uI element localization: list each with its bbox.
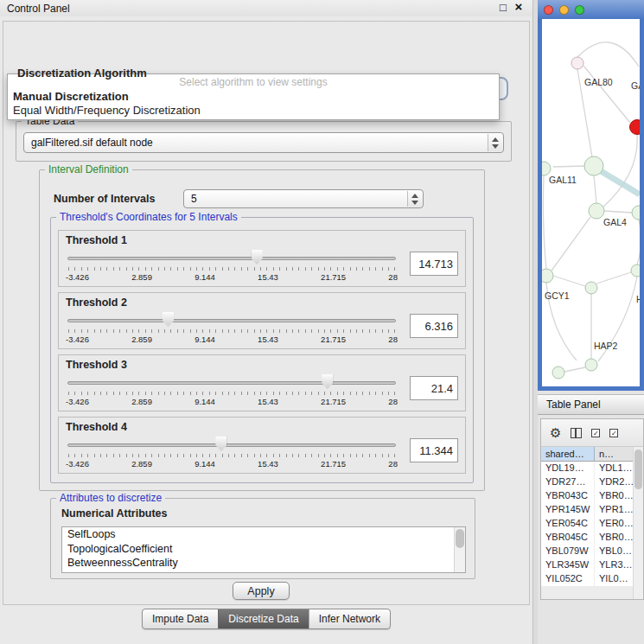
threshold-2-slider[interactable]: -3.4262.8599.14415.4321.71528 [66,311,398,346]
cell[interactable]: YBR043C [541,489,595,503]
tab-discretize-data[interactable]: Discretize Data [218,609,308,628]
slider-thumb[interactable] [215,437,226,451]
threshold-3-value-field[interactable]: 21.4 [410,376,458,400]
scale-label: 28 [388,397,398,406]
threshold-1-slider[interactable]: -3.4262.8599.14415.4321.71528 [66,249,398,284]
table-row[interactable]: YBR045CYBR0… [541,531,643,545]
network-node[interactable] [571,57,583,69]
network-node[interactable] [632,206,640,220]
minimize-traffic-light-icon[interactable] [559,5,569,15]
threshold-panel-2: Threshold 2 -3.4262.8599.14415.4321.7152… [58,292,466,349]
list-item[interactable]: TopologicalCoefficient [62,542,465,557]
scrollbar-thumb[interactable] [456,529,464,548]
table-scrollbar[interactable] [633,447,643,599]
slider-track[interactable] [67,319,396,322]
tab-label: Impute Data [152,613,208,625]
selected-network-node[interactable] [630,120,641,135]
table-panel-titlebar[interactable]: Table Panel [538,394,644,415]
table-row[interactable]: YBL079WYBL0… [541,545,643,558]
network-node[interactable] [585,359,597,371]
cell[interactable]: YER054C [541,517,595,531]
control-panel: Control Panel □ × Network Style Select C… [0,0,533,644]
dropdown-option-equal-width[interactable]: Equal Width/Frequency Discretization [8,103,499,117]
table-data-group: Table Data galFiltered.sif default node [16,121,512,162]
scale-label: 21.715 [321,335,346,344]
threshold-panel-3: Threshold 3 -3.4262.8599.14415.4321.7152… [58,354,466,411]
slider-track[interactable] [67,443,396,447]
threshold-3-slider[interactable]: -3.4262.8599.14415.4321.71528 [66,373,398,408]
network-node[interactable] [584,156,603,175]
network-window-titlebar[interactable] [538,0,644,19]
tab-infer-network[interactable]: Infer Network [309,609,390,628]
gear-icon[interactable]: ⚙ [550,426,561,439]
scrollbar-thumb[interactable] [634,450,642,489]
threshold-4-value-field[interactable]: 11.344 [410,438,458,462]
scale-label: -3.426 [66,397,89,406]
network-node[interactable] [631,265,640,277]
scale-label: 28 [388,459,398,469]
table-row[interactable]: YBR043CYBR0… [541,489,643,503]
table-data-combobox[interactable]: galFiltered.sif default node [23,132,504,153]
list-item[interactable]: BetweennessCentrality [62,556,465,571]
combo-arrows-icon[interactable] [407,191,422,207]
cell[interactable]: YBR045C [541,531,595,545]
list-scrollbar[interactable] [454,527,465,572]
cell[interactable]: YLR345W [541,558,595,572]
panel-title: Control Panel [7,3,70,15]
threshold-1-value-field[interactable]: 14.713 [410,252,458,276]
column-header-shared-name[interactable]: shared… [541,447,595,461]
right-panel: GAL80 GA GAL11 GAL4 GCY1 H HAP2 Table Pa… [538,0,644,644]
cell[interactable]: YDL19… [541,462,595,475]
cell[interactable]: YDR27… [541,475,595,489]
node-label-partial-h: H [636,294,640,304]
scale-label: 15.43 [258,272,278,282]
select-none-check-icon[interactable]: ✓ [609,429,618,437]
network-node[interactable] [542,269,553,283]
list-item[interactable]: SelfLoops [62,527,465,542]
cell[interactable]: YIL052C [541,572,595,586]
tab-label: Infer Network [319,613,380,625]
table-row[interactable]: YLR345WYLR3… [541,558,643,572]
scale-label: 21.715 [321,397,346,406]
float-window-icon[interactable]: □ [496,1,510,14]
slider-thumb[interactable] [252,250,263,265]
tab-impute-data[interactable]: Impute Data [143,609,218,628]
network-node[interactable] [589,203,604,219]
table-row[interactable]: YDL19…YDL1… [541,462,643,475]
slider-track[interactable] [67,257,396,260]
slider-thumb[interactable] [322,374,333,389]
scale-label: 15.43 [258,459,278,469]
threshold-4-slider[interactable]: -3.4262.8599.14415.4321.71528 [66,436,398,470]
attributes-list[interactable]: SelfLoops TopologicalCoefficient Between… [61,526,466,573]
scale-label: 9.144 [194,397,215,406]
network-window: GAL80 GA GAL11 GAL4 GCY1 H HAP2 [538,0,644,391]
select-all-check-icon[interactable]: ✓ [591,429,600,437]
close-traffic-light-icon[interactable] [544,5,553,15]
number-of-intervals-combobox[interactable]: 5 [183,189,424,208]
table-row[interactable]: YER054CYER0… [541,517,643,531]
combo-arrows-icon[interactable] [488,134,502,151]
scale-label: -3.426 [66,272,89,282]
slider-track[interactable] [67,381,396,385]
table-row[interactable]: YPR145WYPR1… [541,503,643,517]
table-row[interactable]: YIL052CYIL0… [541,572,643,586]
network-canvas[interactable]: GAL80 GA GAL11 GAL4 GCY1 H HAP2 [542,19,640,386]
slider-thumb[interactable] [163,312,174,327]
table-row[interactable]: YDR27…YDR2… [541,475,643,489]
node-label-gal11: GAL11 [549,175,577,185]
threshold-2-value-field[interactable]: 6.316 [410,314,458,338]
columns-icon[interactable] [571,428,582,438]
scale-label: 9.144 [194,335,215,344]
dropdown-option-manual-discretization[interactable]: Manual Discretization [8,89,499,103]
cell[interactable]: YPR145W [541,503,595,517]
table-panel-title: Table Panel [546,399,601,411]
network-node[interactable] [542,162,551,175]
close-icon[interactable]: × [512,0,526,14]
zoom-traffic-light-icon[interactable] [575,5,584,15]
network-node[interactable] [585,282,597,294]
cell[interactable]: YBL079W [541,545,595,558]
network-node[interactable] [552,367,564,379]
apply-button[interactable]: Apply [233,582,290,600]
scale-label: -3.426 [66,459,89,469]
highlighted-edge[interactable] [601,171,640,194]
